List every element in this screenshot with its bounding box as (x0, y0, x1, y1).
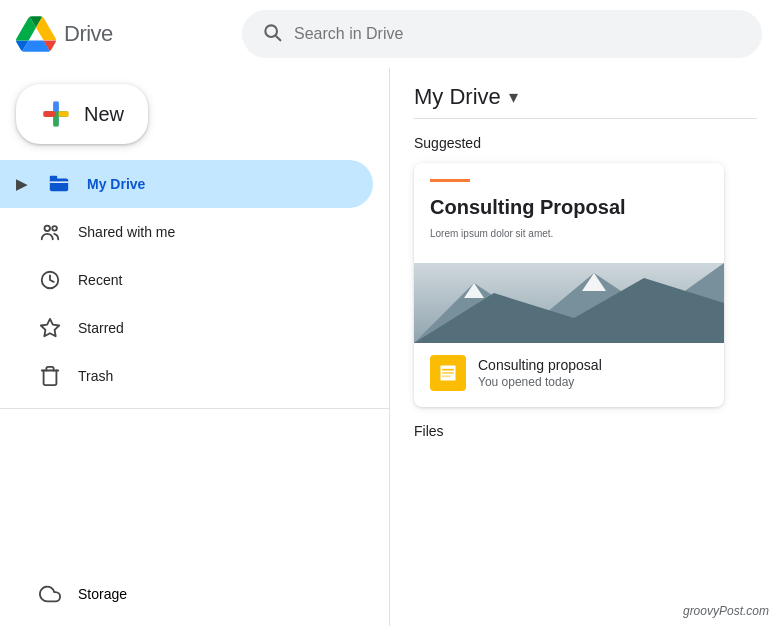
search-input[interactable] (294, 25, 742, 43)
file-meta: You opened today (478, 375, 602, 389)
search-bar[interactable] (242, 10, 762, 58)
svg-rect-10 (50, 179, 68, 192)
svg-marker-15 (41, 319, 59, 336)
sidebar-item-storage-label: Storage (78, 586, 127, 602)
app-title: Drive (64, 21, 113, 47)
svg-rect-6 (44, 111, 54, 116)
sidebar-item-shared-label: Shared with me (78, 224, 175, 240)
svg-point-13 (52, 226, 57, 231)
suggested-card[interactable]: Consulting Proposal Lorem ipsum dolor si… (414, 163, 724, 407)
sidebar-item-starred-label: Starred (78, 320, 124, 336)
suggested-label: Suggested (414, 135, 757, 151)
svg-rect-7 (53, 102, 58, 112)
trash-icon (38, 365, 62, 387)
watermark: groovyPost.com (683, 604, 769, 618)
logo-area: Drive (16, 14, 196, 54)
sidebar-item-my-drive-label: My Drive (87, 176, 145, 192)
mountain-illustration (414, 263, 724, 343)
search-icon (262, 22, 282, 47)
doc-preview-subtitle: Lorem ipsum dolor sit amet. (430, 228, 708, 239)
svg-rect-8 (59, 111, 69, 116)
header: Drive (0, 0, 781, 68)
content-area: My Drive ▾ Suggested Consulting Proposal… (390, 68, 781, 626)
new-plus-icon (40, 98, 72, 130)
sidebar-item-trash[interactable]: Trash (0, 352, 373, 400)
page-title: My Drive (414, 84, 501, 110)
sidebar-item-trash-label: Trash (78, 368, 113, 384)
recent-icon (38, 269, 62, 291)
sidebar-item-recent-label: Recent (78, 272, 122, 288)
sidebar-item-storage[interactable]: Storage (0, 570, 389, 618)
cloud-icon (38, 583, 62, 605)
drive-logo-icon (16, 14, 56, 54)
sidebar-item-shared[interactable]: Shared with me (0, 208, 373, 256)
doc-preview-title: Consulting Proposal (430, 194, 708, 220)
chevron-down-icon[interactable]: ▾ (509, 86, 518, 108)
sidebar-item-starred[interactable]: Starred (0, 304, 373, 352)
svg-rect-9 (53, 117, 58, 127)
svg-point-12 (45, 226, 51, 232)
main-layout: New ▶ My Drive (0, 68, 781, 626)
new-button-label: New (84, 103, 124, 126)
svg-rect-23 (442, 372, 454, 374)
doc-preview: Consulting Proposal Lorem ipsum dolor si… (414, 163, 724, 343)
sidebar-item-recent[interactable]: Recent (0, 256, 373, 304)
svg-rect-11 (50, 176, 57, 181)
file-details: Consulting proposal You opened today (478, 357, 602, 389)
content-header: My Drive ▾ (414, 84, 757, 119)
file-icon (430, 355, 466, 391)
chevron-right-icon: ▶ (16, 176, 27, 192)
svg-rect-22 (442, 369, 454, 371)
shared-with-me-icon (38, 221, 62, 243)
file-name: Consulting proposal (478, 357, 602, 373)
sidebar-item-my-drive[interactable]: ▶ My Drive (0, 160, 373, 208)
svg-line-1 (276, 36, 280, 40)
doc-accent-line (430, 179, 470, 182)
new-button[interactable]: New (16, 84, 148, 144)
card-thumbnail: Consulting Proposal Lorem ipsum dolor si… (414, 163, 724, 343)
files-label: Files (414, 423, 757, 439)
my-drive-icon (47, 173, 71, 195)
svg-rect-24 (442, 376, 450, 378)
sidebar: New ▶ My Drive (0, 68, 390, 626)
sidebar-divider (0, 408, 389, 409)
star-icon (38, 317, 62, 339)
card-info: Consulting proposal You opened today (414, 343, 724, 407)
svg-point-0 (265, 25, 277, 37)
